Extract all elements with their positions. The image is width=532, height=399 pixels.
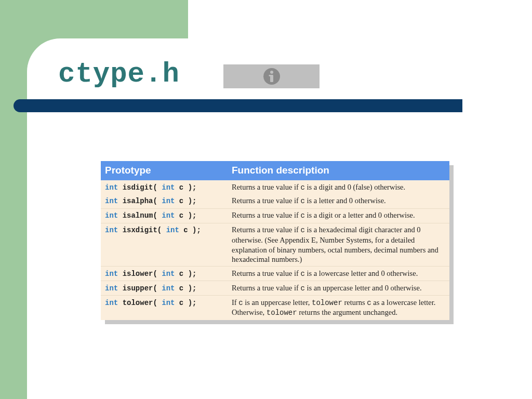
prototype-text: int isalnum( int c ); — [105, 211, 196, 220]
prototype-cell: int tolower( int c ); — [101, 296, 228, 320]
inline-code: c — [367, 299, 371, 307]
info-box — [223, 64, 320, 88]
description-text: is a digit or a letter and 0 otherwise. — [305, 211, 415, 219]
arg-tail: c ); — [175, 211, 196, 220]
info-icon — [262, 67, 281, 86]
table-row: int isxdigit( int c );Returns a true val… — [101, 223, 449, 267]
inline-code: c — [300, 270, 304, 278]
description-cell: Returns a true value if c is a digit and… — [228, 180, 449, 194]
description-text: returns the argument unchanged. — [297, 308, 397, 316]
description-text: Returns a true value if — [232, 225, 300, 234]
prototype-text: int isxdigit( int c ); — [105, 226, 201, 234]
description-cell: Returns a true value if c is a digit or … — [228, 208, 449, 223]
arg-tail: c ); — [175, 270, 196, 278]
prototype-text: int isalpha( int c ); — [105, 197, 196, 205]
description-text: Returns a true value if — [232, 284, 300, 292]
inline-code: c — [238, 299, 243, 307]
prototype-text: int tolower( int c ); — [105, 299, 196, 307]
prototype-cell: int isalpha( int c ); — [101, 194, 228, 208]
function-name: tolower — [123, 299, 153, 307]
description-text: returns — [342, 298, 367, 307]
inline-code: c — [300, 183, 304, 192]
inline-code: tolower — [267, 309, 297, 317]
description-cell: Returns a true value if c is a letter an… — [228, 194, 449, 208]
table-row: int islower( int c );Returns a true valu… — [101, 267, 449, 281]
table-row: int isupper( int c );Returns a true valu… — [101, 281, 449, 296]
arg-tail: c ); — [175, 183, 196, 192]
description-text: is an uppercase letter, — [243, 298, 312, 307]
table-row: int isalpha( int c );Returns a true valu… — [101, 194, 449, 208]
description-text: If — [232, 298, 238, 307]
prototype-cell: int isdigit( int c ); — [101, 180, 228, 194]
table-row: int isalnum( int c );Returns a true valu… — [101, 208, 449, 223]
svg-rect-3 — [269, 75, 272, 76]
arg-tail: c ); — [175, 284, 196, 292]
function-name: islower — [123, 270, 153, 278]
keyword: int — [105, 197, 118, 205]
page-title: ctype.h — [58, 58, 180, 90]
inline-code: c — [300, 211, 304, 220]
arg-tail: c ); — [179, 226, 201, 234]
keyword: int — [166, 226, 179, 234]
content-card: ctype.h Prototype Function description i… — [27, 38, 505, 392]
description-text: is a lowercase letter and 0 otherwise. — [305, 269, 418, 277]
function-name: isxdigit — [123, 226, 157, 234]
description-cell: Returns a true value if c is an uppercas… — [228, 281, 449, 296]
svg-point-1 — [270, 71, 273, 74]
col-prototype: Prototype — [101, 161, 228, 180]
table-row: int isdigit( int c );Returns a true valu… — [101, 180, 449, 194]
keyword: int — [162, 197, 175, 205]
inline-code: c — [300, 284, 304, 292]
description-text: Returns a true value if — [232, 269, 300, 277]
description-text: Returns a true value if — [232, 196, 300, 205]
table-row: int tolower( int c );If c is an uppercas… — [101, 296, 449, 320]
description-text: is a letter and 0 otherwise. — [305, 196, 386, 205]
function-name: isupper — [123, 284, 153, 292]
prototype-cell: int isupper( int c ); — [101, 281, 228, 296]
prototype-cell: int isxdigit( int c ); — [101, 223, 228, 267]
description-text: is an uppercase letter and 0 otherwise. — [305, 284, 422, 292]
function-table: Prototype Function description int isdig… — [101, 161, 449, 320]
description-text: Returns a true value if — [232, 183, 300, 191]
prototype-text: int isdigit( int c ); — [105, 183, 196, 192]
function-name: isalnum — [123, 211, 153, 220]
description-text: Returns a true value if — [232, 211, 300, 219]
keyword: int — [105, 284, 118, 292]
inline-code: c — [300, 197, 304, 205]
inline-code: tolower — [312, 299, 342, 307]
function-name: isalpha — [123, 197, 153, 205]
prototype-text: int islower( int c ); — [105, 270, 196, 278]
keyword: int — [162, 211, 175, 220]
description-text: is a digit and 0 (false) otherwise. — [305, 183, 405, 191]
col-description: Function description — [228, 161, 449, 180]
keyword: int — [162, 299, 175, 307]
inline-code: c — [300, 226, 304, 234]
description-cell: If c is an uppercase letter, tolower ret… — [228, 296, 449, 320]
function-name: isdigit — [123, 183, 153, 192]
description-cell: Returns a true value if c is a hexadecim… — [228, 223, 449, 267]
keyword: int — [105, 299, 118, 307]
keyword: int — [162, 270, 175, 278]
prototype-text: int isupper( int c ); — [105, 284, 196, 292]
arg-tail: c ); — [175, 299, 196, 307]
prototype-cell: int isalnum( int c ); — [101, 208, 228, 223]
keyword: int — [162, 284, 175, 292]
keyword: int — [105, 270, 118, 278]
prototype-cell: int islower( int c ); — [101, 267, 228, 281]
keyword: int — [105, 183, 118, 192]
keyword: int — [105, 211, 118, 220]
keyword: int — [105, 226, 118, 234]
table-header-row: Prototype Function description — [101, 161, 449, 180]
left-green-bar — [0, 0, 27, 399]
title-underline-bar — [14, 99, 462, 112]
description-cell: Returns a true value if c is a lowercase… — [228, 267, 449, 281]
arg-tail: c ); — [175, 197, 196, 205]
function-table-wrap: Prototype Function description int isdig… — [101, 161, 449, 320]
keyword: int — [162, 183, 175, 192]
